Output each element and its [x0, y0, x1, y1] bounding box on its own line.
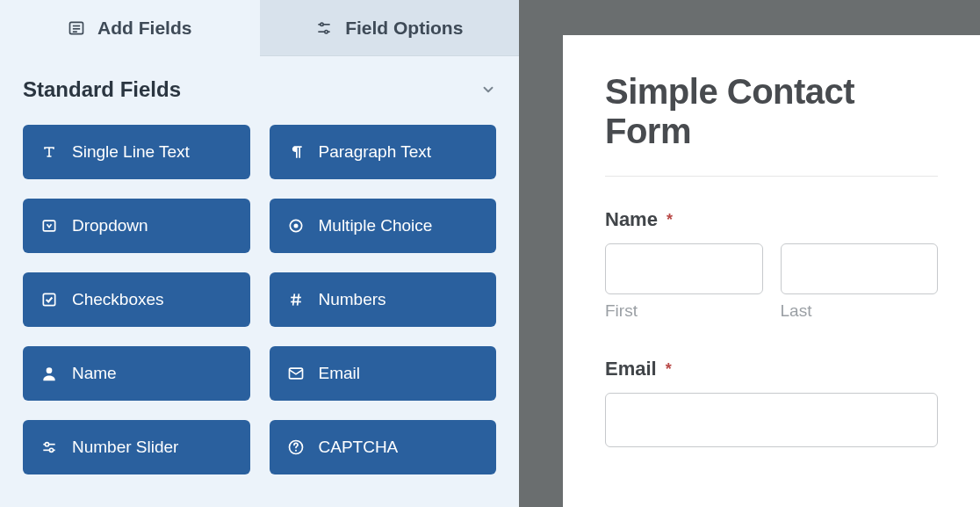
email-label: Email: [605, 358, 657, 380]
required-mark: *: [667, 211, 673, 229]
email-label-row: Email *: [605, 358, 938, 380]
dropdown-icon: [40, 217, 58, 235]
field-label: Single Line Text: [72, 142, 190, 162]
field-multiple-choice[interactable]: Multiple Choice: [270, 199, 497, 253]
name-label: Name: [605, 208, 658, 231]
last-sublabel: Last: [781, 301, 939, 321]
question-circle-icon: [287, 438, 305, 456]
list-icon: [68, 19, 85, 37]
radio-icon: [287, 217, 305, 235]
field-label: CAPTCHA: [319, 438, 399, 457]
left-panel: Add Fields Field Options Standard Fields…: [0, 0, 519, 507]
name-inputs: First Last: [605, 243, 938, 321]
first-name-input[interactable]: [605, 243, 763, 294]
hash-icon: [287, 291, 305, 308]
svg-line-15: [297, 293, 299, 305]
tab-field-options-label: Field Options: [345, 18, 463, 39]
field-label: Checkboxes: [72, 290, 164, 309]
field-label: Name: [72, 364, 117, 383]
field-group-name: Name * First Last: [605, 208, 938, 321]
form-preview: Simple Contact Form Name * First Last Em…: [563, 35, 980, 507]
field-number-slider[interactable]: Number Slider: [23, 420, 250, 474]
field-single-line-text[interactable]: Single Line Text: [23, 125, 250, 179]
tab-field-options[interactable]: Field Options: [260, 0, 520, 56]
svg-point-10: [293, 224, 298, 228]
chevron-down-icon: [480, 82, 496, 98]
form-title: Simple Contact Form: [605, 72, 938, 177]
field-numbers[interactable]: Numbers: [270, 272, 497, 327]
section-header-standard-fields[interactable]: Standard Fields: [0, 56, 519, 116]
envelope-icon: [287, 365, 305, 382]
name-label-row: Name *: [605, 208, 938, 231]
field-captcha[interactable]: CAPTCHA: [270, 420, 497, 474]
field-checkboxes[interactable]: Checkboxes: [23, 272, 250, 327]
field-grid: Single Line Text Paragraph Text Dropdown…: [0, 116, 519, 497]
field-name[interactable]: Name: [23, 346, 250, 401]
field-paragraph-text[interactable]: Paragraph Text: [270, 125, 497, 179]
last-name-col: Last: [781, 243, 939, 321]
svg-point-5: [321, 23, 323, 25]
field-group-email: Email *: [605, 358, 938, 447]
field-label: Number Slider: [72, 438, 178, 457]
field-label: Dropdown: [72, 216, 148, 235]
email-input[interactable]: [605, 393, 938, 447]
section-title: Standard Fields: [23, 77, 181, 102]
first-name-col: First: [605, 243, 763, 321]
checkbox-icon: [40, 291, 58, 308]
field-dropdown[interactable]: Dropdown: [23, 199, 250, 253]
text-icon: [40, 143, 58, 161]
svg-point-19: [45, 443, 48, 446]
first-sublabel: First: [605, 301, 763, 321]
svg-point-16: [47, 367, 53, 373]
sliders-icon: [40, 438, 58, 456]
user-icon: [40, 365, 58, 382]
right-area: Simple Contact Form Name * First Last Em…: [519, 0, 980, 507]
svg-rect-8: [43, 221, 54, 231]
field-label: Numbers: [319, 290, 386, 309]
sliders-icon: [315, 19, 333, 37]
tabs: Add Fields Field Options: [0, 0, 519, 56]
tab-add-fields[interactable]: Add Fields: [0, 0, 260, 56]
svg-point-21: [49, 448, 53, 452]
required-mark: *: [666, 360, 672, 379]
field-email[interactable]: Email: [270, 346, 497, 401]
field-label: Multiple Choice: [319, 216, 433, 235]
svg-point-7: [325, 30, 328, 33]
svg-point-23: [295, 450, 297, 452]
field-label: Paragraph Text: [319, 142, 432, 162]
paragraph-icon: [287, 143, 305, 161]
tab-add-fields-label: Add Fields: [97, 18, 191, 39]
svg-line-14: [292, 293, 294, 305]
last-name-input[interactable]: [781, 243, 939, 294]
field-label: Email: [319, 364, 361, 383]
